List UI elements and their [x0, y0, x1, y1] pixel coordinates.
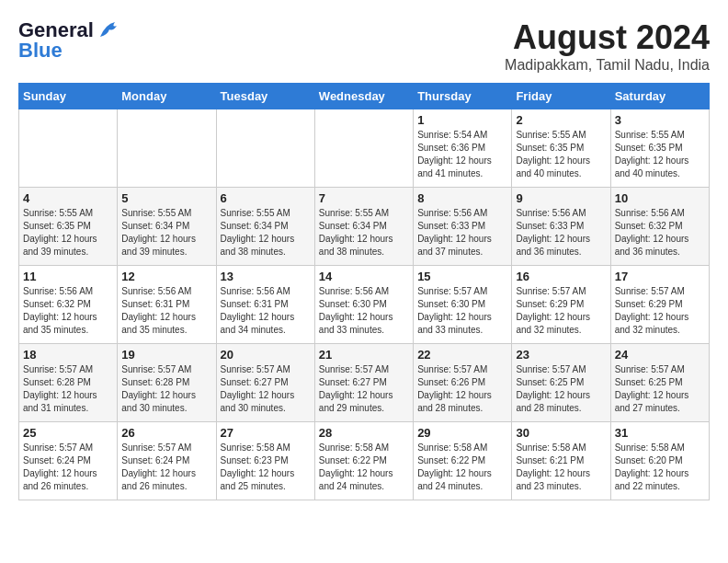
- day-number: 22: [417, 348, 507, 362]
- day-number: 8: [417, 191, 507, 205]
- day-info: Sunrise: 5:55 AM Sunset: 6:35 PM Dayligh…: [23, 207, 113, 259]
- calendar-cell: 20Sunrise: 5:57 AM Sunset: 6:27 PM Dayli…: [216, 344, 314, 422]
- day-info: Sunrise: 5:56 AM Sunset: 6:33 PM Dayligh…: [417, 207, 507, 259]
- header-row: SundayMondayTuesdayWednesdayThursdayFrid…: [19, 84, 710, 109]
- day-number: 13: [221, 270, 311, 283]
- day-number: 21: [319, 348, 409, 362]
- calendar-cell: 15Sunrise: 5:57 AM Sunset: 6:30 PM Dayli…: [414, 266, 512, 344]
- calendar-cell: 10Sunrise: 5:56 AM Sunset: 6:32 PM Dayli…: [610, 188, 709, 266]
- calendar-cell: 23Sunrise: 5:57 AM Sunset: 6:25 PM Dayli…: [512, 344, 610, 422]
- day-info: Sunrise: 5:56 AM Sunset: 6:30 PM Dayligh…: [319, 285, 409, 337]
- calendar-table: SundayMondayTuesdayWednesdayThursdayFrid…: [18, 83, 710, 500]
- calendar-cell: 29Sunrise: 5:58 AM Sunset: 6:22 PM Dayli…: [414, 422, 512, 500]
- calendar-cell: 3Sunrise: 5:55 AM Sunset: 6:35 PM Daylig…: [610, 109, 709, 188]
- day-info: Sunrise: 5:54 AM Sunset: 6:36 PM Dayligh…: [417, 129, 507, 180]
- day-number: 3: [615, 113, 705, 127]
- day-info: Sunrise: 5:58 AM Sunset: 6:22 PM Dayligh…: [319, 442, 409, 493]
- day-info: Sunrise: 5:57 AM Sunset: 6:29 PM Dayligh…: [516, 285, 606, 337]
- day-number: 30: [516, 426, 606, 440]
- day-info: Sunrise: 5:57 AM Sunset: 6:27 PM Dayligh…: [319, 363, 409, 415]
- calendar-cell: 24Sunrise: 5:57 AM Sunset: 6:25 PM Dayli…: [610, 344, 709, 422]
- day-info: Sunrise: 5:55 AM Sunset: 6:34 PM Dayligh…: [319, 207, 409, 259]
- day-number: 12: [121, 270, 211, 283]
- day-info: Sunrise: 5:57 AM Sunset: 6:26 PM Dayligh…: [417, 363, 507, 415]
- calendar-cell: [19, 109, 118, 188]
- day-number: 15: [417, 270, 507, 283]
- calendar-cell: 18Sunrise: 5:57 AM Sunset: 6:28 PM Dayli…: [19, 344, 118, 422]
- calendar-cell: 19Sunrise: 5:57 AM Sunset: 6:28 PM Dayli…: [118, 344, 216, 422]
- logo-blue: Blue: [18, 39, 63, 63]
- col-header-tuesday: Tuesday: [216, 84, 314, 109]
- day-info: Sunrise: 5:58 AM Sunset: 6:21 PM Dayligh…: [516, 442, 606, 493]
- logo-bird-icon: [97, 20, 122, 40]
- title-block: August 2024 Madipakkam, Tamil Nadu, Indi…: [505, 18, 710, 74]
- day-info: Sunrise: 5:57 AM Sunset: 6:27 PM Dayligh…: [221, 363, 311, 415]
- col-header-monday: Monday: [118, 84, 216, 109]
- calendar-cell: 28Sunrise: 5:58 AM Sunset: 6:22 PM Dayli…: [314, 422, 413, 500]
- day-info: Sunrise: 5:55 AM Sunset: 6:34 PM Dayligh…: [221, 207, 311, 259]
- calendar-week-row: 25Sunrise: 5:57 AM Sunset: 6:24 PM Dayli…: [19, 422, 710, 500]
- day-info: Sunrise: 5:57 AM Sunset: 6:24 PM Dayligh…: [121, 442, 211, 493]
- calendar-cell: 8Sunrise: 5:56 AM Sunset: 6:33 PM Daylig…: [414, 188, 512, 266]
- calendar-cell: 4Sunrise: 5:55 AM Sunset: 6:35 PM Daylig…: [19, 188, 118, 266]
- calendar-cell: 31Sunrise: 5:58 AM Sunset: 6:20 PM Dayli…: [610, 422, 709, 500]
- calendar-cell: 17Sunrise: 5:57 AM Sunset: 6:29 PM Dayli…: [610, 266, 709, 344]
- calendar-week-row: 1Sunrise: 5:54 AM Sunset: 6:36 PM Daylig…: [19, 109, 710, 188]
- calendar-cell: 30Sunrise: 5:58 AM Sunset: 6:21 PM Dayli…: [512, 422, 610, 500]
- calendar-cell: 13Sunrise: 5:56 AM Sunset: 6:31 PM Dayli…: [216, 266, 314, 344]
- calendar-cell: 2Sunrise: 5:55 AM Sunset: 6:35 PM Daylig…: [512, 109, 610, 188]
- calendar-cell: 25Sunrise: 5:57 AM Sunset: 6:24 PM Dayli…: [19, 422, 118, 500]
- page-header: General Blue August 2024 Madipakkam, Tam…: [18, 18, 710, 74]
- day-number: 18: [23, 348, 113, 362]
- calendar-cell: 12Sunrise: 5:56 AM Sunset: 6:31 PM Dayli…: [118, 266, 216, 344]
- location-subtitle: Madipakkam, Tamil Nadu, India: [505, 57, 710, 74]
- calendar-cell: 6Sunrise: 5:55 AM Sunset: 6:34 PM Daylig…: [216, 188, 314, 266]
- day-info: Sunrise: 5:56 AM Sunset: 6:33 PM Dayligh…: [516, 207, 606, 259]
- calendar-cell: 5Sunrise: 5:55 AM Sunset: 6:34 PM Daylig…: [118, 188, 216, 266]
- col-header-saturday: Saturday: [610, 84, 709, 109]
- day-number: 5: [121, 191, 211, 205]
- col-header-friday: Friday: [512, 84, 610, 109]
- month-year-title: August 2024: [505, 18, 710, 57]
- day-number: 6: [221, 191, 311, 205]
- day-number: 29: [417, 426, 507, 440]
- day-number: 25: [23, 426, 113, 440]
- calendar-cell: 22Sunrise: 5:57 AM Sunset: 6:26 PM Dayli…: [414, 344, 512, 422]
- col-header-thursday: Thursday: [414, 84, 512, 109]
- day-info: Sunrise: 5:57 AM Sunset: 6:28 PM Dayligh…: [121, 363, 211, 415]
- day-info: Sunrise: 5:58 AM Sunset: 6:20 PM Dayligh…: [615, 442, 705, 493]
- calendar-cell: 26Sunrise: 5:57 AM Sunset: 6:24 PM Dayli…: [118, 422, 216, 500]
- day-info: Sunrise: 5:55 AM Sunset: 6:35 PM Dayligh…: [516, 129, 606, 180]
- day-number: 16: [516, 270, 606, 283]
- day-number: 10: [615, 191, 705, 205]
- day-info: Sunrise: 5:57 AM Sunset: 6:28 PM Dayligh…: [23, 363, 113, 415]
- day-number: 23: [516, 348, 606, 362]
- day-info: Sunrise: 5:58 AM Sunset: 6:22 PM Dayligh…: [417, 442, 507, 493]
- day-info: Sunrise: 5:57 AM Sunset: 6:30 PM Dayligh…: [417, 285, 507, 337]
- day-number: 11: [23, 270, 113, 283]
- day-info: Sunrise: 5:56 AM Sunset: 6:32 PM Dayligh…: [23, 285, 113, 337]
- day-info: Sunrise: 5:58 AM Sunset: 6:23 PM Dayligh…: [221, 442, 311, 493]
- calendar-cell: 7Sunrise: 5:55 AM Sunset: 6:34 PM Daylig…: [314, 188, 413, 266]
- day-number: 26: [121, 426, 211, 440]
- calendar-week-row: 18Sunrise: 5:57 AM Sunset: 6:28 PM Dayli…: [19, 344, 710, 422]
- calendar-week-row: 4Sunrise: 5:55 AM Sunset: 6:35 PM Daylig…: [19, 188, 710, 266]
- day-number: 9: [516, 191, 606, 205]
- calendar-cell: [314, 109, 413, 188]
- day-info: Sunrise: 5:55 AM Sunset: 6:34 PM Dayligh…: [121, 207, 211, 259]
- calendar-cell: [216, 109, 314, 188]
- calendar-cell: 21Sunrise: 5:57 AM Sunset: 6:27 PM Dayli…: [314, 344, 413, 422]
- calendar-cell: 1Sunrise: 5:54 AM Sunset: 6:36 PM Daylig…: [414, 109, 512, 188]
- day-info: Sunrise: 5:56 AM Sunset: 6:32 PM Dayligh…: [615, 207, 705, 259]
- calendar-cell: 11Sunrise: 5:56 AM Sunset: 6:32 PM Dayli…: [19, 266, 118, 344]
- day-number: 19: [121, 348, 211, 362]
- day-number: 24: [615, 348, 705, 362]
- calendar-cell: 27Sunrise: 5:58 AM Sunset: 6:23 PM Dayli…: [216, 422, 314, 500]
- calendar-cell: [118, 109, 216, 188]
- col-header-sunday: Sunday: [19, 84, 118, 109]
- col-header-wednesday: Wednesday: [314, 84, 413, 109]
- day-info: Sunrise: 5:57 AM Sunset: 6:24 PM Dayligh…: [23, 442, 113, 493]
- calendar-cell: 9Sunrise: 5:56 AM Sunset: 6:33 PM Daylig…: [512, 188, 610, 266]
- day-number: 14: [319, 270, 409, 283]
- logo: General Blue: [18, 18, 122, 63]
